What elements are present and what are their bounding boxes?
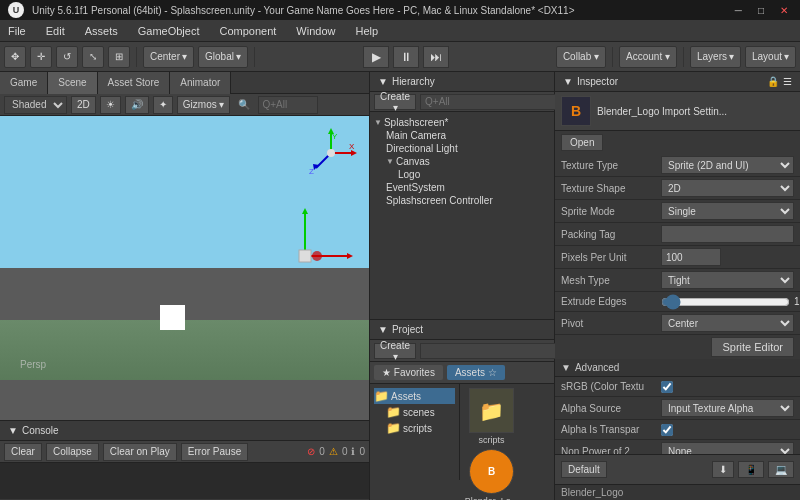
menu-assets[interactable]: Assets	[81, 23, 122, 39]
clear-button[interactable]: Clear	[4, 443, 42, 461]
hier-item-splashscreen-controller[interactable]: Splashscreen Controller	[374, 194, 550, 207]
layout-button[interactable]: Layout ▾	[745, 46, 796, 68]
fx-icon[interactable]: ✦	[153, 96, 173, 114]
hier-item-canvas[interactable]: ▼ Canvas	[374, 155, 550, 168]
alpha-source-select[interactable]: Input Texture Alpha	[661, 399, 794, 417]
tab-asset-store[interactable]: Asset Store	[98, 72, 171, 94]
tool-scale[interactable]: ⤡	[82, 46, 104, 68]
alpha-transparent-value[interactable]	[661, 424, 794, 436]
console-toolbar: Clear Collapse Clear on Play Error Pause…	[0, 441, 369, 463]
collab-button[interactable]: Collab ▾	[556, 46, 606, 68]
collab-label: Collab ▾	[563, 51, 599, 62]
tool-move[interactable]: ✛	[30, 46, 52, 68]
sound-icon[interactable]: 🔊	[125, 96, 149, 114]
non-power-select[interactable]: None	[661, 442, 794, 454]
menu-file[interactable]: File	[4, 23, 30, 39]
mesh-type-value[interactable]: Tight	[661, 271, 794, 289]
open-button[interactable]: Open	[561, 134, 603, 151]
phone-button[interactable]: 📱	[738, 461, 764, 478]
pivot-select[interactable]: Center	[661, 314, 794, 332]
asset-blender-logo[interactable]: B Blender_Lo...	[464, 449, 519, 500]
download-button[interactable]: ⬇	[712, 461, 734, 478]
texture-type-select[interactable]: Sprite (2D and UI)	[661, 156, 794, 174]
alpha-transparent-checkbox[interactable]	[661, 424, 673, 436]
mesh-type-select[interactable]: Tight	[661, 271, 794, 289]
srgb-value[interactable]	[661, 381, 794, 393]
tab-favorites[interactable]: ★ Favorites	[374, 365, 443, 380]
step-button[interactable]: ⏭	[423, 46, 449, 68]
hier-item-directional-light[interactable]: Directional Light	[374, 142, 550, 155]
layers-button[interactable]: Layers ▾	[690, 46, 741, 68]
hierarchy-search[interactable]	[420, 94, 557, 110]
folder-scenes[interactable]: 📁 scenes	[374, 404, 455, 420]
2d-button[interactable]: 2D	[71, 96, 96, 114]
asset-scripts-folder[interactable]: 📁 scripts	[464, 388, 519, 445]
close-button[interactable]: ✕	[776, 5, 792, 16]
hier-item-splashscreen[interactable]: ▼ Splashscreen*	[374, 116, 550, 129]
light-icon[interactable]: ☀	[100, 96, 121, 114]
hierarchy-create-button[interactable]: Create ▾	[374, 94, 416, 110]
tab-scene[interactable]: Scene	[48, 72, 97, 94]
menu-gameobject[interactable]: GameObject	[134, 23, 204, 39]
tab-game[interactable]: Game	[0, 72, 48, 94]
pixels-per-unit-value[interactable]	[661, 248, 794, 266]
hier-item-logo[interactable]: Logo	[374, 168, 550, 181]
svg-point-15	[312, 251, 322, 261]
play-button[interactable]: ▶	[363, 46, 389, 68]
non-power-value[interactable]: None	[661, 442, 794, 454]
packing-tag-value[interactable]	[661, 225, 794, 243]
advanced-section[interactable]: ▼ Advanced	[555, 359, 800, 377]
texture-type-value[interactable]: Sprite (2D and UI)	[661, 156, 794, 174]
alpha-source-value[interactable]: Input Texture Alpha	[661, 399, 794, 417]
gizmos-button[interactable]: Gizmos ▾	[177, 96, 231, 114]
sprite-editor-button[interactable]: Sprite Editor	[711, 337, 794, 357]
scene-search[interactable]	[258, 96, 318, 114]
menu-help[interactable]: Help	[351, 23, 382, 39]
folder-scripts[interactable]: 📁 scripts	[374, 420, 455, 436]
clear-on-play-button[interactable]: Clear on Play	[103, 443, 177, 461]
shaded-dropdown[interactable]: Shaded	[4, 96, 67, 114]
sprite-mode-select[interactable]: Single	[661, 202, 794, 220]
texture-type-label: Texture Type	[561, 160, 661, 171]
menu-icon[interactable]: ☰	[783, 76, 792, 87]
hier-item-eventsystem[interactable]: EventSystem	[374, 181, 550, 194]
tool-rotate[interactable]: ↺	[56, 46, 78, 68]
tool-rect[interactable]: ⊞	[108, 46, 130, 68]
extrude-edges-slider[interactable]	[661, 296, 790, 308]
error-pause-button[interactable]: Error Pause	[181, 443, 248, 461]
project-create-button[interactable]: Create ▾	[374, 343, 416, 359]
expand-icon: ▼	[386, 157, 394, 166]
account-button[interactable]: Account ▾	[619, 46, 677, 68]
pause-button[interactable]: ⏸	[393, 46, 419, 68]
lock-icon[interactable]: 🔒	[767, 76, 779, 87]
pixels-per-unit-input[interactable]	[661, 248, 721, 266]
sprite-mode-value[interactable]: Single	[661, 202, 794, 220]
menu-component[interactable]: Component	[215, 23, 280, 39]
computer-button[interactable]: 💻	[768, 461, 794, 478]
extrude-edges-value[interactable]: 1	[661, 296, 800, 308]
tool-hand[interactable]: ✥	[4, 46, 26, 68]
srgb-checkbox[interactable]	[661, 381, 673, 393]
tab-assets[interactable]: Assets ☆	[447, 365, 505, 380]
global-button[interactable]: Global ▾	[198, 46, 248, 68]
maximize-button[interactable]: □	[754, 5, 768, 16]
texture-shape-value[interactable]: 2D	[661, 179, 794, 197]
scene-view[interactable]: Y X Z Persp	[0, 116, 369, 420]
menu-window[interactable]: Window	[292, 23, 339, 39]
svg-text:Y: Y	[332, 132, 338, 141]
collapse-button[interactable]: Collapse	[46, 443, 99, 461]
pivot-value[interactable]: Center	[661, 314, 794, 332]
menu-edit[interactable]: Edit	[42, 23, 69, 39]
folder-assets[interactable]: 📁 Assets	[374, 388, 455, 404]
minimize-button[interactable]: ─	[731, 5, 746, 16]
project-assets-area: 📁 scripts B Blender_Lo...	[460, 384, 554, 480]
default-button[interactable]: Default	[561, 461, 607, 478]
center-button[interactable]: Center ▾	[143, 46, 194, 68]
hier-item-main-camera[interactable]: Main Camera	[374, 129, 550, 142]
svg-marker-13	[347, 253, 353, 259]
texture-shape-select[interactable]: 2D	[661, 179, 794, 197]
packing-tag-input[interactable]	[661, 225, 794, 243]
tab-animator[interactable]: Animator	[170, 72, 231, 94]
project-search[interactable]	[420, 343, 557, 359]
window-controls[interactable]: ─ □ ✕	[731, 5, 792, 16]
